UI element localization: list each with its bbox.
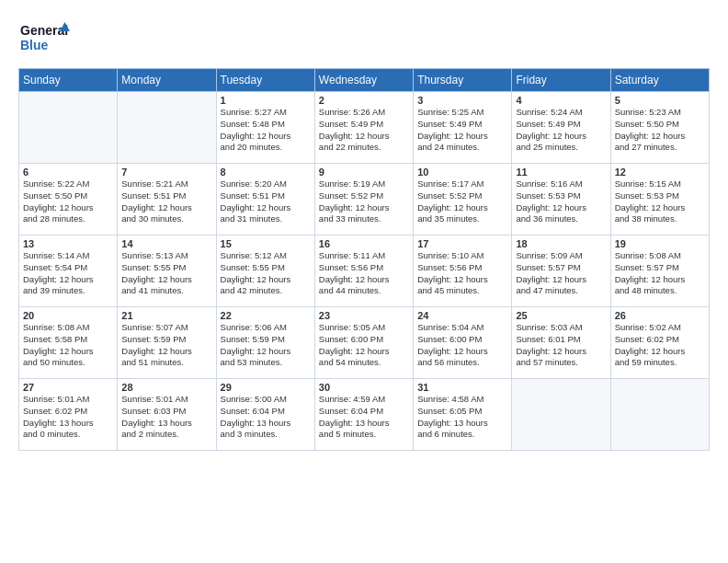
weekday-header-thursday: Thursday	[414, 69, 512, 92]
day-info: Sunrise: 5:23 AM Sunset: 5:50 PM Dayligh…	[615, 107, 705, 154]
calendar-day-cell: 1Sunrise: 5:27 AM Sunset: 5:48 PM Daylig…	[216, 92, 314, 164]
calendar-day-cell: 3Sunrise: 5:25 AM Sunset: 5:49 PM Daylig…	[414, 92, 512, 164]
day-info: Sunrise: 5:08 AM Sunset: 5:57 PM Dayligh…	[615, 250, 705, 297]
calendar-week-row: 1Sunrise: 5:27 AM Sunset: 5:48 PM Daylig…	[19, 92, 710, 164]
day-info: Sunrise: 5:05 AM Sunset: 6:00 PM Dayligh…	[319, 322, 409, 369]
day-info: Sunrise: 5:24 AM Sunset: 5:49 PM Dayligh…	[516, 107, 606, 154]
day-info: Sunrise: 5:04 AM Sunset: 6:00 PM Dayligh…	[417, 322, 507, 369]
calendar-day-cell: 23Sunrise: 5:05 AM Sunset: 6:00 PM Dayli…	[314, 307, 413, 379]
svg-text:Blue: Blue	[20, 38, 49, 52]
calendar-day-cell: 30Sunrise: 4:59 AM Sunset: 6:04 PM Dayli…	[314, 379, 413, 451]
day-info: Sunrise: 4:58 AM Sunset: 6:05 PM Dayligh…	[417, 394, 507, 441]
day-number: 25	[516, 310, 606, 321]
day-number: 30	[319, 382, 409, 393]
day-number: 17	[417, 238, 507, 249]
day-info: Sunrise: 5:02 AM Sunset: 6:02 PM Dayligh…	[615, 322, 705, 369]
day-info: Sunrise: 5:01 AM Sunset: 6:03 PM Dayligh…	[121, 394, 211, 441]
day-info: Sunrise: 5:07 AM Sunset: 5:59 PM Dayligh…	[121, 322, 211, 369]
calendar-day-cell: 14Sunrise: 5:13 AM Sunset: 5:55 PM Dayli…	[118, 236, 216, 307]
calendar-day-cell: 12Sunrise: 5:15 AM Sunset: 5:53 PM Dayli…	[610, 164, 709, 236]
calendar-day-cell: 31Sunrise: 4:58 AM Sunset: 6:05 PM Dayli…	[414, 379, 512, 451]
day-info: Sunrise: 5:12 AM Sunset: 5:55 PM Dayligh…	[221, 250, 311, 297]
calendar-day-cell: 17Sunrise: 5:10 AM Sunset: 5:56 PM Dayli…	[414, 236, 512, 307]
day-info: Sunrise: 5:20 AM Sunset: 5:51 PM Dayligh…	[221, 178, 311, 225]
day-number: 16	[319, 238, 409, 249]
day-info: Sunrise: 5:10 AM Sunset: 5:56 PM Dayligh…	[417, 250, 507, 297]
calendar-header-row: SundayMondayTuesdayWednesdayThursdayFrid…	[19, 69, 710, 92]
day-number: 14	[121, 238, 211, 249]
day-number: 1	[221, 95, 311, 106]
day-number: 15	[221, 238, 311, 249]
calendar-day-cell: 20Sunrise: 5:08 AM Sunset: 5:58 PM Dayli…	[19, 307, 118, 379]
weekday-header-sunday: Sunday	[19, 69, 118, 92]
day-info: Sunrise: 5:27 AM Sunset: 5:48 PM Dayligh…	[221, 107, 311, 154]
calendar-day-cell	[19, 92, 118, 164]
day-info: Sunrise: 5:06 AM Sunset: 5:59 PM Dayligh…	[221, 322, 311, 369]
calendar-day-cell: 24Sunrise: 5:04 AM Sunset: 6:00 PM Dayli…	[414, 307, 512, 379]
calendar-day-cell: 16Sunrise: 5:11 AM Sunset: 5:56 PM Dayli…	[314, 236, 413, 307]
day-info: Sunrise: 5:16 AM Sunset: 5:53 PM Dayligh…	[516, 178, 606, 225]
day-number: 9	[319, 167, 409, 178]
day-info: Sunrise: 5:01 AM Sunset: 6:02 PM Dayligh…	[23, 394, 113, 441]
day-number: 6	[23, 167, 113, 178]
day-info: Sunrise: 5:25 AM Sunset: 5:49 PM Dayligh…	[417, 107, 507, 154]
calendar-day-cell: 11Sunrise: 5:16 AM Sunset: 5:53 PM Dayli…	[512, 164, 610, 236]
day-number: 7	[121, 167, 211, 178]
day-number: 8	[221, 167, 311, 178]
calendar-day-cell: 25Sunrise: 5:03 AM Sunset: 6:01 PM Dayli…	[512, 307, 610, 379]
calendar-day-cell: 7Sunrise: 5:21 AM Sunset: 5:51 PM Daylig…	[118, 164, 216, 236]
day-number: 27	[23, 382, 113, 393]
calendar-day-cell: 19Sunrise: 5:08 AM Sunset: 5:57 PM Dayli…	[610, 236, 709, 307]
calendar-day-cell: 13Sunrise: 5:14 AM Sunset: 5:54 PM Dayli…	[19, 236, 118, 307]
day-number: 21	[121, 310, 211, 321]
calendar-day-cell: 5Sunrise: 5:23 AM Sunset: 5:50 PM Daylig…	[610, 92, 709, 164]
weekday-header-tuesday: Tuesday	[216, 69, 314, 92]
calendar-day-cell: 8Sunrise: 5:20 AM Sunset: 5:51 PM Daylig…	[216, 164, 314, 236]
day-info: Sunrise: 4:59 AM Sunset: 6:04 PM Dayligh…	[319, 394, 409, 441]
day-info: Sunrise: 5:17 AM Sunset: 5:52 PM Dayligh…	[417, 178, 507, 225]
day-number: 23	[319, 310, 409, 321]
day-info: Sunrise: 5:09 AM Sunset: 5:57 PM Dayligh…	[516, 250, 606, 297]
calendar-day-cell: 22Sunrise: 5:06 AM Sunset: 5:59 PM Dayli…	[216, 307, 314, 379]
calendar-day-cell: 4Sunrise: 5:24 AM Sunset: 5:49 PM Daylig…	[512, 92, 610, 164]
day-info: Sunrise: 5:19 AM Sunset: 5:52 PM Dayligh…	[319, 178, 409, 225]
day-number: 20	[23, 310, 113, 321]
weekday-header-friday: Friday	[512, 69, 610, 92]
day-number: 2	[319, 95, 409, 106]
day-number: 24	[417, 310, 507, 321]
calendar-day-cell	[512, 379, 610, 451]
header: General Blue	[18, 15, 710, 61]
day-info: Sunrise: 5:03 AM Sunset: 6:01 PM Dayligh…	[516, 322, 606, 369]
calendar-page: General Blue SundayMondayTuesdayWednesda…	[0, 0, 728, 563]
day-number: 11	[516, 167, 606, 178]
day-info: Sunrise: 5:15 AM Sunset: 5:53 PM Dayligh…	[615, 178, 705, 225]
calendar-day-cell	[610, 379, 709, 451]
day-info: Sunrise: 5:13 AM Sunset: 5:55 PM Dayligh…	[121, 250, 211, 297]
calendar-day-cell: 27Sunrise: 5:01 AM Sunset: 6:02 PM Dayli…	[19, 379, 118, 451]
day-number: 4	[516, 95, 606, 106]
calendar-day-cell: 6Sunrise: 5:22 AM Sunset: 5:50 PM Daylig…	[19, 164, 118, 236]
day-number: 10	[417, 167, 507, 178]
day-number: 18	[516, 238, 606, 249]
day-number: 29	[221, 382, 311, 393]
day-info: Sunrise: 5:22 AM Sunset: 5:50 PM Dayligh…	[23, 178, 113, 225]
day-number: 13	[23, 238, 113, 249]
calendar-day-cell: 21Sunrise: 5:07 AM Sunset: 5:59 PM Dayli…	[118, 307, 216, 379]
day-info: Sunrise: 5:21 AM Sunset: 5:51 PM Dayligh…	[121, 178, 211, 225]
calendar-day-cell: 15Sunrise: 5:12 AM Sunset: 5:55 PM Dayli…	[216, 236, 314, 307]
calendar-table: SundayMondayTuesdayWednesdayThursdayFrid…	[18, 68, 710, 451]
day-number: 3	[417, 95, 507, 106]
calendar-day-cell: 18Sunrise: 5:09 AM Sunset: 5:57 PM Dayli…	[512, 236, 610, 307]
calendar-week-row: 13Sunrise: 5:14 AM Sunset: 5:54 PM Dayli…	[19, 236, 710, 307]
calendar-day-cell: 28Sunrise: 5:01 AM Sunset: 6:03 PM Dayli…	[118, 379, 216, 451]
weekday-header-saturday: Saturday	[610, 69, 709, 92]
calendar-week-row: 6Sunrise: 5:22 AM Sunset: 5:50 PM Daylig…	[19, 164, 710, 236]
calendar-day-cell: 26Sunrise: 5:02 AM Sunset: 6:02 PM Dayli…	[610, 307, 709, 379]
calendar-day-cell	[118, 92, 216, 164]
calendar-day-cell: 9Sunrise: 5:19 AM Sunset: 5:52 PM Daylig…	[314, 164, 413, 236]
day-info: Sunrise: 5:11 AM Sunset: 5:56 PM Dayligh…	[319, 250, 409, 297]
calendar-day-cell: 29Sunrise: 5:00 AM Sunset: 6:04 PM Dayli…	[216, 379, 314, 451]
calendar-day-cell: 2Sunrise: 5:26 AM Sunset: 5:49 PM Daylig…	[314, 92, 413, 164]
weekday-header-monday: Monday	[118, 69, 216, 92]
logo: General Blue	[18, 15, 74, 61]
